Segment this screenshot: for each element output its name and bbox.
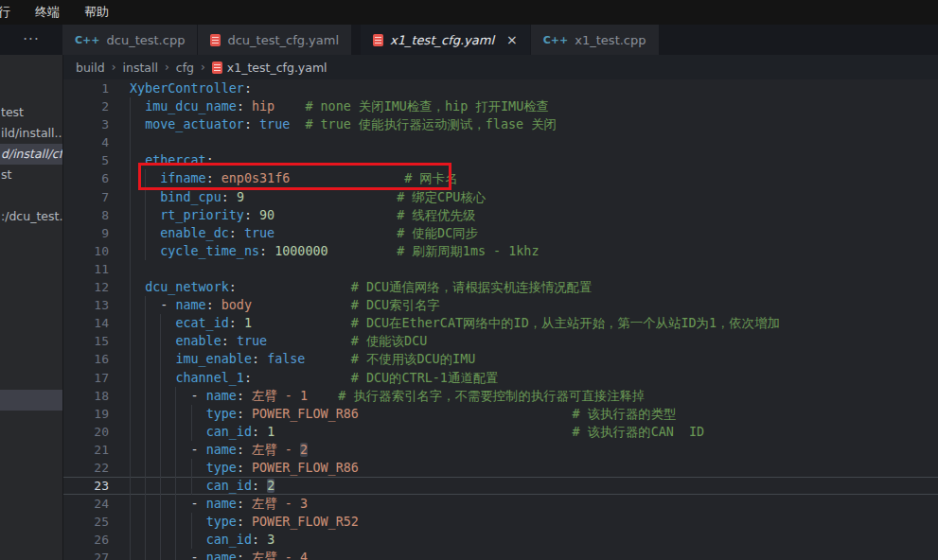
code-line-20[interactable]: 20 can_id: 1 # 该执行器的CAN ID — [63, 423, 938, 441]
code-text: channel_1: # DCU的CTRL-1通道配置 — [130, 369, 498, 387]
sidebar-item[interactable]: ild/install... — [0, 123, 62, 144]
line-number: 4 — [63, 133, 109, 151]
code-line-25[interactable]: 25 type: POWER_FLOW_R52 — [63, 513, 938, 531]
code-area[interactable]: 1XyberController:2 imu_dcu_name: hip # n… — [63, 79, 938, 560]
tab-dcu_test.cpp[interactable]: C++dcu_test.cpp — [62, 25, 197, 55]
code-line-12[interactable]: 12 dcu_network: # DCU通信网络，请根据实机连接情况配置 — [63, 278, 938, 296]
token: imu_dcu_name — [145, 99, 237, 114]
line-number: 13 — [63, 296, 109, 314]
indent-guide — [130, 531, 131, 549]
sidebar-item[interactable]: :/dcu_test... — [0, 206, 62, 227]
line-number: 10 — [63, 242, 109, 260]
indent-guide — [191, 405, 192, 423]
code-line-24[interactable]: 24 - name: 左臂 - 3 — [63, 495, 938, 513]
code-line-11[interactable]: 11 — [63, 260, 938, 278]
code-line-7[interactable]: 7 bind_cpu: 9 # 绑定CPU核心 — [63, 188, 938, 206]
more-actions-button[interactable]: ··· — [0, 25, 62, 55]
line-number: 11 — [63, 260, 109, 278]
line-number: 16 — [63, 350, 109, 368]
code-line-19[interactable]: 19 type: POWER_FLOW_R86 # 该执行器的类型 — [63, 405, 938, 423]
indent-guide — [175, 477, 176, 495]
indent-guide — [130, 278, 131, 296]
indent-guide — [160, 314, 161, 332]
sidebar-item[interactable]: d/install/cfg — [0, 144, 62, 165]
code-line-3[interactable]: 3 move_actuator: true # true 使能执行器运动测试，f… — [63, 115, 938, 133]
menu-item-帮助[interactable]: 帮助 — [72, 4, 121, 21]
token — [259, 479, 267, 493]
token: : — [229, 280, 237, 294]
code-line-26[interactable]: 26 can_id: 3 — [63, 531, 938, 549]
code-text: bind_cpu: 9 # 绑定CPU核心 — [130, 188, 486, 206]
tab-x1_test.cpp[interactable]: C++x1_test.cpp — [531, 25, 659, 55]
code-line-8[interactable]: 8 rt_priority: 90 # 线程优先级 — [63, 206, 938, 224]
editor-pane[interactable]: build›install›cfg›x1_test_cfg.yaml 1Xybe… — [63, 55, 938, 560]
code-text: cycle_time_ns: 1000000 # 刷新周期1ms - 1khz — [130, 242, 540, 260]
token: : — [237, 551, 244, 560]
token — [274, 425, 572, 439]
token — [237, 316, 244, 330]
tabs-container: C++dcu_test.cppdcu_test_cfg.yamlx1_test_… — [62, 25, 660, 55]
line-number: 18 — [63, 387, 109, 405]
code-text: - name: 左臂 - 4 — [130, 549, 308, 560]
code-line-23[interactable]: 23 can_id: 2 — [63, 477, 938, 495]
code-line-5[interactable]: 5 ethercat: — [63, 151, 938, 169]
token: body — [221, 298, 252, 312]
token — [267, 334, 351, 348]
close-icon[interactable]: × — [506, 33, 518, 46]
indent — [130, 117, 145, 131]
token: # DCU在EtherCAT网络中的ID，从主站开始，第一个从站ID为1，依次增… — [351, 316, 780, 330]
indent — [130, 479, 206, 493]
yaml-file-icon — [210, 34, 221, 46]
code-line-1[interactable]: 1XyberController: — [63, 79, 938, 97]
tab-dcu_test_cfg.yaml[interactable]: dcu_test_cfg.yaml — [198, 25, 351, 55]
token — [252, 371, 351, 385]
code-line-16[interactable]: 16 imu_enable: false # 不使用该DCU的IMU — [63, 350, 938, 368]
code-line-17[interactable]: 17 channel_1: # DCU的CTRL-1通道配置 — [63, 369, 938, 387]
token — [244, 515, 252, 529]
sidebar-item[interactable]: test — [0, 102, 62, 123]
breadcrumb-item-cfg[interactable]: cfg — [176, 61, 194, 75]
code-text: can_id: 3 — [130, 531, 274, 549]
tab-x1_test_cfg.yaml[interactable]: x1_test_cfg.yaml× — [361, 25, 530, 55]
line-number: 25 — [63, 513, 109, 531]
line-number: 22 — [63, 459, 109, 477]
code-line-6[interactable]: 6 ifname: enp0s31f6 # 网卡名 — [63, 169, 938, 187]
token — [252, 298, 351, 312]
token: # 不使用该DCU的IMU — [351, 352, 475, 366]
code-line-2[interactable]: 2 imu_dcu_name: hip # none 关闭IMU检查，hip 打… — [63, 97, 938, 115]
code-line-15[interactable]: 15 enable: true # 使能该DCU — [63, 332, 938, 350]
code-text: move_actuator: true # true 使能执行器运动测试，fla… — [130, 115, 557, 133]
token: cycle_time_ns — [160, 244, 259, 258]
token — [244, 551, 252, 560]
indent-guide — [160, 513, 161, 531]
code-line-14[interactable]: 14 ecat_id: 1 # DCU在EtherCAT网络中的ID，从主站开始… — [63, 314, 938, 332]
token: : — [252, 533, 259, 547]
code-line-22[interactable]: 22 type: POWER_FLOW_R86 — [63, 459, 938, 477]
menu-item-行[interactable]: 行 — [0, 4, 23, 21]
token: # 网卡名 — [404, 171, 457, 185]
code-line-18[interactable]: 18 - name: 左臂 - 1 # 执行器索引名字，不需要控制的执行器可直接… — [63, 387, 938, 405]
sidebar-item[interactable]: st — [0, 165, 62, 185]
code-line-4[interactable]: 4 — [63, 133, 938, 151]
token — [244, 461, 252, 475]
indent-guide — [130, 260, 131, 278]
sidebar-item[interactable] — [0, 390, 62, 411]
token: : — [206, 171, 214, 185]
code-line-10[interactable]: 10 cycle_time_ns: 1000000 # 刷新周期1ms - 1k… — [63, 242, 938, 260]
breadcrumb-file[interactable]: x1_test_cfg.yaml — [212, 61, 327, 75]
token — [274, 226, 397, 240]
indent-guide — [160, 369, 161, 387]
breadcrumb-item-install[interactable]: install — [123, 61, 158, 75]
indent — [130, 533, 206, 547]
menu-item-终端[interactable]: 终端 — [23, 4, 72, 21]
tab-label: dcu_test_cfg.yaml — [227, 33, 339, 47]
code-line-13[interactable]: 13 - name: body # DCU索引名字 — [63, 296, 938, 314]
token: # true 使能执行器运动测试，flase 关闭 — [305, 117, 557, 131]
indent-guide — [130, 151, 131, 169]
token: # DCU通信网络，请根据实机连接情况配置 — [351, 280, 593, 294]
code-line-21[interactable]: 21 - name: 左臂 - 2 — [63, 441, 938, 459]
code-line-27[interactable]: 27 - name: 左臂 - 4 — [63, 549, 938, 560]
code-line-9[interactable]: 9 enable_dc: true # 使能DC同步 — [63, 224, 938, 242]
token — [252, 316, 351, 330]
breadcrumb-item-build[interactable]: build — [76, 61, 105, 75]
